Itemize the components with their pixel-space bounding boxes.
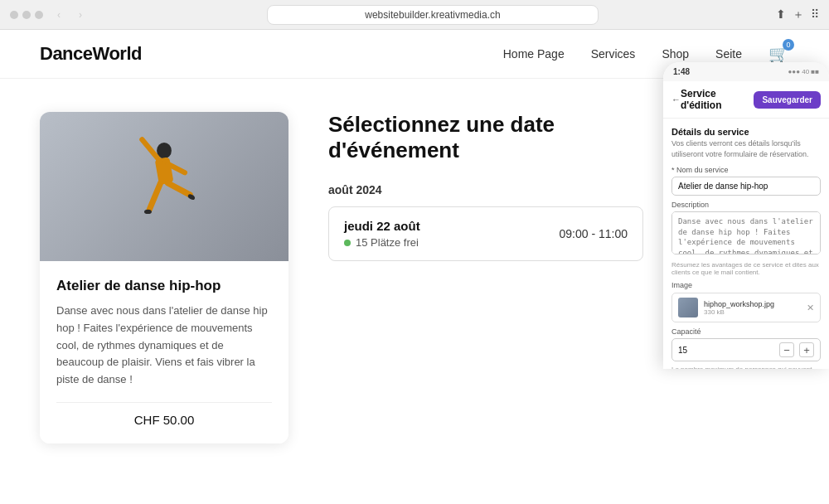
browser-nav-buttons: ‹ › [50, 6, 90, 24]
dancer-illustration [114, 128, 214, 261]
svg-point-6 [144, 210, 152, 214]
mobile-section-title: Détails du service [671, 127, 821, 137]
nav-services[interactable]: Services [591, 47, 636, 61]
site-logo: DanceWorld [40, 43, 142, 65]
capacity-increase-button[interactable]: + [799, 342, 814, 357]
date-slot[interactable]: jeudi 22 août 15 Plätze frei 09:00 - 11:… [328, 206, 643, 261]
card-price: CHF 50.00 [56, 413, 272, 427]
card-description: Danse avec nous dans l'atelier de danse … [56, 303, 272, 389]
browser-actions: ⬆ ＋ ⠿ [776, 7, 819, 22]
url-text: websitebuilder.kreativmedia.ch [365, 9, 500, 21]
spots-dot [344, 240, 351, 246]
date-slot-left: jeudi 22 août 15 Plätze frei [344, 219, 420, 249]
mobile-image-remove-button[interactable]: ✕ [807, 303, 814, 313]
mobile-capacity-buttons: − + [779, 342, 814, 357]
booking-title: Sélectionnez une date d'événement [328, 112, 643, 163]
mobile-header-title: Service d'édition [681, 88, 754, 111]
svg-line-4 [149, 183, 160, 210]
back-button[interactable]: ‹ [50, 6, 68, 24]
mobile-hint-text: Résumez les avantages de ce service et d… [671, 261, 821, 276]
card-image [40, 112, 288, 261]
spots-label: 15 Plätze frei [344, 236, 420, 249]
nav-home[interactable]: Home Page [503, 47, 565, 61]
add-tab-icon[interactable]: ＋ [793, 7, 804, 22]
mobile-save-button[interactable]: Sauvegarder [754, 91, 821, 109]
back-arrow-icon: ← [671, 94, 681, 104]
mobile-name-label: * Nom du service [671, 166, 821, 174]
mobile-image-thumb [678, 298, 698, 317]
cart-button[interactable]: 🛒 0 [768, 44, 789, 64]
mobile-image-label: Image [671, 281, 821, 289]
site-nav: Home Page Services Shop Seite 🛒 0 [503, 44, 789, 64]
mobile-capacity-value: 15 [678, 346, 687, 355]
cart-badge: 0 [783, 39, 794, 51]
card-body: Atelier de danse hip-hop Danse avec nous… [40, 261, 288, 443]
slot-time: 09:00 - 11:00 [559, 227, 628, 240]
booking-month: août 2024 [328, 183, 643, 196]
mobile-header: ← Service d'édition Sauvegarder [663, 81, 829, 119]
mobile-desc-textarea[interactable]: Danse avec nous dans l'atelier de danse … [671, 211, 821, 254]
service-card: Atelier de danse hip-hop Danse avec nous… [40, 112, 288, 443]
nav-seite[interactable]: Seite [715, 47, 742, 61]
mobile-panel: 1:48 ●●● 40 ■■ ← Service d'édition Sauve… [663, 62, 829, 369]
mobile-image-name: hiphop_workshop.jpg [704, 300, 801, 308]
mobile-capacity-label: Capacité [671, 327, 821, 336]
close-dot [10, 11, 18, 19]
mobile-status-bar: 1:48 ●●● 40 ■■ [663, 62, 829, 81]
expand-dot [35, 11, 43, 19]
date-slot-right: 09:00 - 11:00 [559, 227, 628, 240]
mobile-desc-label: Description [671, 201, 821, 209]
mobile-network-label: ●●● 40 ■■ [788, 68, 819, 75]
mobile-capacity-hint: Le nombre maximum de personnes qui peuve… [671, 365, 821, 369]
card-title: Atelier de danse hip-hop [56, 278, 272, 294]
share-icon[interactable]: ⬆ [776, 7, 786, 22]
browser-chrome: ‹ › websitebuilder.kreativmedia.ch ⬆ ＋ ⠿ [0, 0, 829, 30]
mobile-image-size: 330 kB [704, 308, 801, 316]
spots-text: 15 Plätze frei [356, 236, 419, 249]
mobile-body: Détails du service Vos clients verront c… [663, 119, 829, 369]
page-wrapper: DanceWorld Home Page Services Shop Seite… [0, 30, 829, 504]
forward-button[interactable]: › [71, 6, 90, 24]
date-name: jeudi 22 août [344, 219, 420, 233]
svg-line-5 [167, 183, 190, 195]
mobile-name-input[interactable] [671, 177, 821, 196]
nav-shop[interactable]: Shop [662, 47, 689, 61]
mobile-capacity-row: 15 − + [671, 338, 821, 361]
booking-panel: Sélectionnez une date d'événement août 2… [328, 112, 643, 443]
url-bar[interactable]: websitebuilder.kreativmedia.ch [267, 5, 599, 25]
mobile-time: 1:48 [673, 67, 690, 76]
mobile-back-button[interactable]: ← [671, 94, 681, 104]
mobile-section-subtitle: Vos clients verront ces détails lorsqu'i… [671, 138, 821, 159]
card-divider [56, 402, 272, 403]
mobile-image-info: hiphop_workshop.jpg 330 kB [704, 300, 801, 316]
main-content: Atelier de danse hip-hop Danse avec nous… [0, 79, 829, 477]
mobile-image-row: hiphop_workshop.jpg 330 kB ✕ [671, 293, 821, 322]
minimize-dot [22, 11, 31, 19]
capacity-decrease-button[interactable]: − [779, 342, 794, 357]
grid-icon[interactable]: ⠿ [811, 7, 819, 22]
browser-window-controls [10, 11, 43, 19]
